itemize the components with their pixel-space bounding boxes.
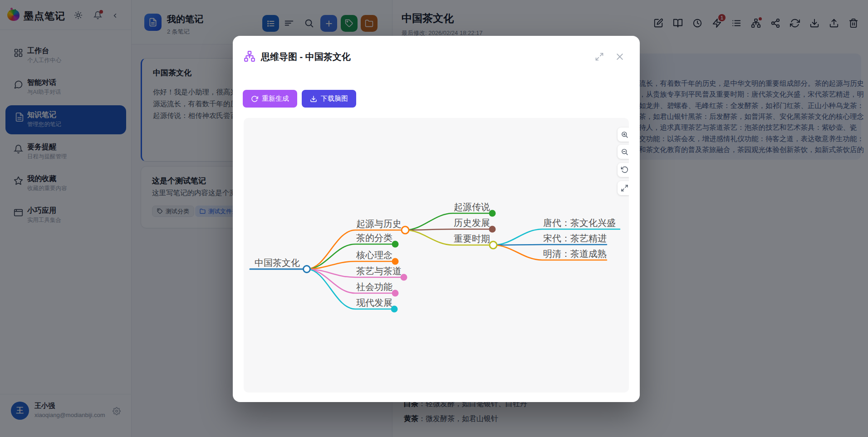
mindmap-branch-origin-history[interactable]: 起源与历史 bbox=[356, 218, 402, 230]
zoom-out-button[interactable] bbox=[618, 145, 629, 159]
modal-close-icon[interactable] bbox=[615, 52, 624, 61]
reset-view-button[interactable] bbox=[618, 163, 629, 177]
mindmap-branch-core-ideas[interactable]: 核心理念 bbox=[356, 249, 392, 261]
download-mindmap-label: 下载脑图 bbox=[321, 94, 348, 103]
fullscreen-button[interactable] bbox=[618, 181, 629, 195]
app-root: 墨点笔记 工作台 个人工作中心 智能对话 与AI助手对话 知识笔记 bbox=[0, 0, 868, 437]
mindmap-branch-modern[interactable]: 现代发展 bbox=[356, 297, 392, 309]
mindmap-leaf-mingqing[interactable]: 明清：茶道成熟 bbox=[543, 248, 607, 260]
mindmap-modal: 思维导图 - 中国茶文化 重新生成 下载脑图 bbox=[233, 36, 640, 402]
mindmap-canvas[interactable]: 中国茶文化 起源与历史 茶的分类 核心理念 茶艺与茶道 社会功能 现代发展 起源… bbox=[244, 118, 629, 393]
mindmap-branch-tea-types[interactable]: 茶的分类 bbox=[356, 232, 392, 244]
mindmap-root-node[interactable]: 中国茶文化 bbox=[255, 257, 300, 269]
regenerate-label: 重新生成 bbox=[262, 94, 289, 103]
mindmap-branch-social[interactable]: 社会功能 bbox=[356, 281, 392, 293]
download-icon bbox=[310, 95, 317, 103]
mindmap-modal-icon bbox=[244, 50, 255, 62]
mindmap-child-key-periods[interactable]: 重要时期 bbox=[454, 233, 490, 245]
regenerate-button[interactable]: 重新生成 bbox=[243, 90, 297, 108]
zoom-in-button[interactable] bbox=[618, 128, 629, 142]
mindmap-leaf-tang[interactable]: 唐代：茶文化兴盛 bbox=[543, 217, 616, 229]
modal-expand-icon[interactable] bbox=[595, 52, 604, 61]
refresh-icon bbox=[251, 95, 258, 103]
mindmap-child-legend[interactable]: 起源传说 bbox=[454, 201, 490, 213]
mindmap-branch-tea-art[interactable]: 茶艺与茶道 bbox=[356, 265, 402, 277]
mindmap-child-history-dev[interactable]: 历史发展 bbox=[454, 217, 490, 229]
modal-title: 思维导图 - 中国茶文化 bbox=[261, 51, 351, 63]
download-mindmap-button[interactable]: 下载脑图 bbox=[302, 90, 356, 108]
mindmap-leaf-song[interactable]: 宋代：茶艺精进 bbox=[543, 232, 607, 245]
